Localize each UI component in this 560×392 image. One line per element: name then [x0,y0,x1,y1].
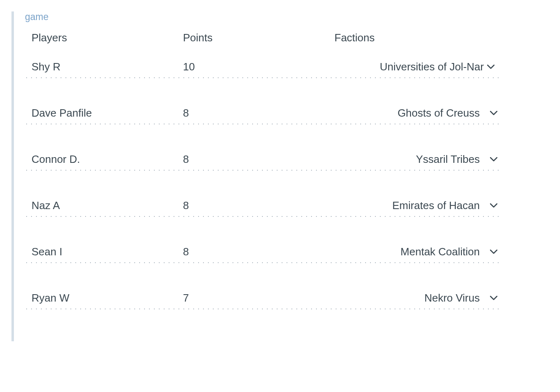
chevron-down-icon [490,295,497,302]
player-name: Shy R [32,61,183,73]
faction-value: Universities of Jol-Nar [325,61,487,73]
chevron-down-icon [490,156,497,163]
player-points: 7 [183,292,325,304]
player-name: Sean I [32,246,183,258]
chevron-down-icon [490,110,497,117]
header-factions: Factions [334,32,501,44]
faction-select[interactable]: Universities of Jol-Nar [325,61,501,73]
faction-select[interactable]: Nekro Virus [325,292,501,304]
table-row: Connor D. 8 Yssaril Tribes [24,148,501,170]
faction-value: Nekro Virus [325,292,490,304]
player-points: 8 [183,246,325,258]
player-name: Dave Panfile [32,107,183,119]
faction-value: Yssaril Tribes [325,153,490,166]
table-row: Ryan W 7 Nekro Virus [24,287,501,309]
table-row: Shy R 10 Universities of Jol-Nar [24,56,501,77]
player-points: 8 [183,107,325,119]
chevron-down-icon [490,202,497,210]
player-points: 8 [183,153,325,166]
player-name: Naz A [32,199,183,212]
header-points: Points [183,32,334,44]
header-players: Players [32,32,183,44]
faction-select[interactable]: Ghosts of Creuss [325,107,501,119]
faction-value: Emirates of Hacan [325,199,490,212]
chevron-down-icon [487,63,495,71]
faction-select[interactable]: Mentak Coalition [325,246,501,258]
faction-select[interactable]: Yssaril Tribes [325,153,501,166]
faction-value: Ghosts of Creuss [325,107,490,119]
table-row: Naz A 8 Emirates of Hacan [24,194,501,216]
player-name: Connor D. [32,153,183,166]
section-tag: game [25,11,501,23]
table-header-row: Players Points Factions [24,32,501,56]
table-row: Sean I 8 Mentak Coalition [24,241,501,262]
chevron-down-icon [490,248,497,256]
player-name: Ryan W [32,292,183,304]
player-points: 8 [183,199,325,212]
players-table: Players Points Factions Shy R 10 Univers… [24,32,501,341]
faction-select[interactable]: Emirates of Hacan [325,199,501,212]
game-panel: game Players Points Factions Shy R 10 Un… [11,11,501,341]
faction-value: Mentak Coalition [325,246,490,258]
table-row: Dave Panfile 8 Ghosts of Creuss [24,102,501,124]
player-points: 10 [183,61,325,73]
